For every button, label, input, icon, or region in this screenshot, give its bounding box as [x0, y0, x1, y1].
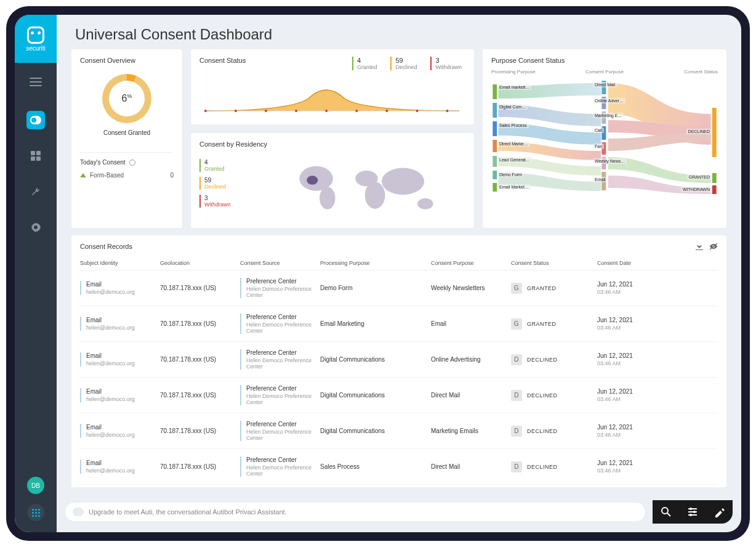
overview-title: Consent Overview: [80, 57, 174, 64]
stat-granted-lbl: Granted: [357, 64, 377, 70]
table-row[interactable]: Emailhelen@democo.org70.187.178.xxx (US)…: [80, 270, 718, 306]
today-row-value: 0: [170, 172, 174, 179]
svg-rect-39: [712, 185, 717, 194]
svg-point-14: [416, 110, 418, 112]
svg-point-10: [295, 110, 297, 112]
svg-point-11: [325, 110, 328, 112]
svg-rect-24: [493, 103, 497, 118]
svg-rect-26: [493, 140, 497, 152]
svg-point-17: [320, 187, 335, 209]
sankey-mid-node: Call: [593, 128, 604, 133]
consent-records-card: Consent Records Subject IdentityGeolocat…: [71, 235, 726, 487]
assistant-text: Upgrade to meet Auti, the conversational…: [89, 508, 287, 516]
gauge-unit: %: [127, 93, 132, 99]
page-title: Universal Consent Dashboard: [75, 26, 723, 43]
purpose-consent-card: Purpose Consent Status Processing Purpos…: [483, 49, 726, 228]
svg-rect-4: [31, 156, 35, 161]
logo-icon: [27, 26, 44, 44]
apps-icon[interactable]: [27, 504, 44, 521]
table-row[interactable]: Emailhelen@democo.org70.187.178.xxx (US)…: [80, 306, 718, 342]
sankey-mid-node: Marketing E…: [593, 113, 624, 118]
res-declined-num: 59: [204, 177, 267, 184]
records-title: Consent Records: [80, 243, 132, 250]
svg-point-19: [365, 182, 385, 209]
table-row[interactable]: Emailhelen@democo.org70.187.178.xxx (US)…: [80, 413, 718, 449]
svg-rect-2: [31, 151, 35, 155]
sankey-diagram: Email marketi…Digital Com…Sales ProcessD…: [491, 77, 718, 200]
header: Universal Consent Dashboard: [57, 15, 741, 49]
sankey-col1: Processing Purpose: [491, 69, 567, 75]
consent-gauge: 6%: [102, 74, 151, 123]
sankey-mid-node: Email: [593, 177, 608, 182]
svg-point-47: [693, 511, 696, 513]
download-icon[interactable]: [696, 243, 703, 250]
svg-point-22: [307, 176, 318, 185]
sidebar: securiti DB: [15, 15, 57, 532]
res-withdrawn-lbl: Withdrawn: [204, 201, 267, 208]
consent-residency-card: Consent by Residency 4Granted 59Declined…: [191, 133, 474, 228]
records-table-header: Subject IdentityGeolocationConsent Sourc…: [80, 256, 718, 270]
nav-settings-icon[interactable]: [26, 218, 45, 237]
menu-toggle-icon[interactable]: [30, 78, 42, 86]
table-row[interactable]: Emailhelen@democo.org70.187.178.xxx (US)…: [80, 378, 718, 413]
nav-dashboard-icon[interactable]: [26, 147, 45, 165]
assistant-prompt[interactable]: Upgrade to meet Auti, the conversational…: [65, 503, 645, 521]
sankey-mid-node: Direct Mail: [593, 82, 617, 87]
table-header-cell[interactable]: Consent Source: [240, 260, 320, 266]
today-row-label: Form-Based: [90, 172, 124, 179]
user-avatar[interactable]: DB: [27, 477, 44, 494]
table-row[interactable]: Emailhelen@democo.org70.187.178.xxx (US)…: [80, 342, 718, 378]
world-map: [273, 159, 465, 221]
sankey-source-node: Sales Process: [497, 123, 529, 128]
svg-point-21: [417, 198, 433, 209]
svg-point-41: [662, 508, 668, 514]
table-header-cell[interactable]: Consent Purpose: [431, 260, 511, 266]
sankey-mid-node: Fax: [593, 144, 604, 149]
svg-point-7: [204, 110, 207, 112]
visibility-off-icon[interactable]: [709, 243, 718, 250]
filter-icon[interactable]: [687, 506, 698, 517]
table-header-cell[interactable]: Consent Date: [597, 260, 677, 266]
search-icon[interactable]: [661, 506, 672, 517]
build-icon[interactable]: [714, 506, 725, 517]
sankey-source-node: Demo Form: [497, 172, 524, 177]
svg-rect-27: [493, 156, 497, 167]
res-granted-lbl: Granted: [204, 166, 267, 172]
svg-point-13: [385, 110, 388, 112]
nav-tools-icon[interactable]: [26, 182, 45, 201]
nav-consent-icon[interactable]: [26, 111, 45, 129]
svg-point-46: [690, 508, 692, 510]
res-granted-num: 4: [204, 159, 267, 166]
sankey-target-node: GRANTED: [687, 174, 712, 180]
table-header-cell[interactable]: Consent Status: [511, 260, 597, 266]
stat-declined-num: 59: [395, 57, 417, 64]
sankey-source-node: Digital Com…: [497, 104, 528, 110]
today-consent-title: Today's Consent: [80, 159, 126, 166]
res-declined-lbl: Declined: [204, 184, 267, 190]
brand-name: securiti: [26, 45, 46, 52]
svg-point-12: [355, 110, 358, 112]
table-header-cell[interactable]: Subject Identity: [80, 260, 160, 266]
svg-rect-28: [493, 171, 497, 179]
svg-rect-23: [493, 84, 497, 99]
svg-rect-3: [36, 151, 41, 155]
sankey-mid-node: Weekly News…: [593, 158, 627, 164]
svg-point-1: [31, 118, 36, 123]
sankey-source-node: Lead Generat…: [497, 157, 532, 163]
brand-logo[interactable]: securiti: [15, 15, 57, 63]
table-row[interactable]: Emailhelen@democo.org70.187.178.xxx (US)…: [80, 449, 718, 485]
svg-point-9: [265, 110, 267, 112]
stat-withdrawn-lbl: Withdrawn: [435, 64, 462, 70]
sankey-source-node: Email marketi…: [497, 84, 531, 90]
footer-tools: [653, 500, 733, 524]
svg-point-8: [235, 110, 237, 112]
sankey-title: Purpose Consent Status: [491, 57, 718, 64]
table-header-cell[interactable]: Geolocation: [160, 260, 240, 266]
stat-granted-num: 4: [357, 57, 377, 64]
sankey-col2: Consent Purpose: [567, 69, 643, 75]
stat-declined-lbl: Declined: [395, 64, 417, 70]
table-header-cell[interactable]: Processing Purpose: [320, 260, 431, 266]
clock-icon: [129, 160, 135, 166]
consent-overview-card: Consent Overview 6% Consent Granted Toda…: [71, 49, 182, 228]
svg-point-48: [690, 514, 692, 516]
